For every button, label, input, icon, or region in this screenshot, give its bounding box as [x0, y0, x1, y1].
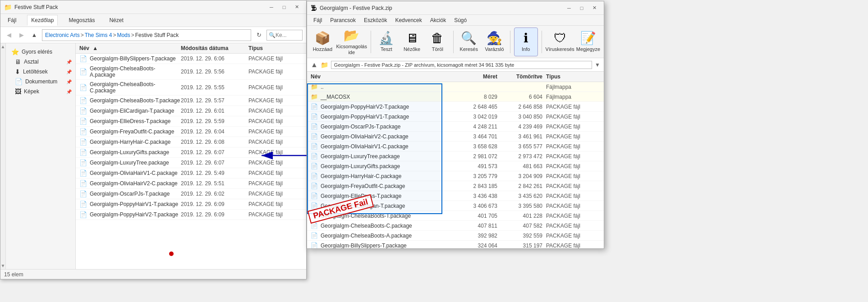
zip-file-size: 2 843 185 [456, 183, 501, 189]
zip-file-row[interactable]: 📄 GeorgiaIgm-LuxuryTree.package 2 981 07… [307, 151, 604, 161]
explorer-file-row[interactable]: 📄 GeorgiaIgm-PoppyHairV2-T.package 2019.… [76, 210, 306, 220]
refresh-button[interactable]: ↻ [254, 30, 264, 40]
explorer-file-row[interactable]: 📄 GeorgiaIgm-OliviaHairV2-C.package 2019… [76, 178, 306, 189]
explorer-file-row[interactable]: 📄 GeorgiaIgm-ChelseaBoots-A.package 2019… [76, 64, 306, 80]
zip-file-icon: 📄 [311, 103, 318, 110]
explorer-file-row[interactable]: 📄 GeorgiaIgm-FreyaOutfit-C.package 2019.… [76, 127, 306, 137]
column-type[interactable]: Típus [248, 45, 303, 51]
maximize-button[interactable]: □ [278, 3, 290, 12]
zip-file-row[interactable]: 📁 .. Fájlmappa [307, 82, 604, 92]
zip-file-row[interactable]: 📄 GeorgiaIgm-HarryHair-C.package 3 205 7… [307, 171, 604, 181]
toolbar-virus-button[interactable]: 🛡 Víruskeresés [546, 27, 574, 56]
zip-titlebar: 🗜 GeorgiaIgm - Festive Pack.zip ─ □ ✕ [307, 1, 604, 15]
zip-maximize-button[interactable]: □ [576, 4, 588, 13]
zip-file-row[interactable]: 📄 GeorgiaIgm-FreyaOutfit-C.package 2 843… [307, 181, 604, 191]
delete-icon: 🗑 [431, 31, 444, 46]
zip-menu-akciok[interactable]: Akciók [427, 16, 450, 24]
zip-menu-fajl[interactable]: Fájl [310, 16, 326, 24]
explorer-file-row[interactable]: 📄 GeorgiaIgm-OliviaHairV1-C.package 2019… [76, 168, 306, 178]
zip-minimize-button[interactable]: ─ [563, 4, 575, 13]
zip-file-row[interactable]: 📁 __MACOSX 8 029 6 604 Fájlmappa [307, 92, 604, 102]
ribbon-tab-fajl[interactable]: Fájl [4, 15, 20, 25]
extract-icon: 📂 [344, 28, 359, 43]
minimize-button[interactable]: ─ [266, 3, 277, 12]
explorer-file-row[interactable]: 📄 GeorgiaIgm-OscarPJs-T.package 2019. 12… [76, 189, 306, 199]
zip-close-button[interactable]: ✕ [588, 4, 600, 13]
zip-file-row[interactable]: 📄 GeorgiaIgm-ChelseaBoots-C.package 407 … [307, 221, 604, 231]
toolbar-search-button[interactable]: 🔍 Keresés [457, 27, 481, 56]
explorer-file-row[interactable]: 📄 GeorgiaIgm-PoppyHairV1-T.package 2019.… [76, 199, 306, 210]
breadcrumb-item-sims[interactable]: The Sims 4 [85, 32, 112, 38]
breadcrumb-item-mods[interactable]: Mods [117, 32, 130, 38]
ribbon-tab-kezdolap[interactable]: Kezdőlap [27, 15, 58, 26]
zip-nav-up[interactable]: ▲ [311, 61, 318, 69]
zip-file-row[interactable]: 📄 GeorgiaIgm-PoppyHairV2-T.package 2 648… [307, 102, 604, 112]
explorer-file-row[interactable]: 📄 GeorgiaIgm-BillySlippers-T.package 201… [76, 54, 306, 64]
sidebar-item-quickaccess[interactable]: ⭐ Gyors elérés [6, 47, 75, 57]
scroll-down-arrow[interactable]: ▼ [0, 262, 6, 269]
explorer-file-row[interactable]: 📄 GeorgiaIgm-ChelseaBoots-T.package 2019… [76, 96, 306, 106]
toolbar-notes-button[interactable]: 📝 Megjegyze [576, 27, 600, 56]
zip-file-row[interactable]: 📄 GeorgiaIgm-BillySlippers-T.package 324… [307, 241, 604, 248]
explorer-file-row[interactable]: 📄 GeorgiaIgm-ChelseaBoots-C.package 2019… [76, 80, 306, 96]
explorer-titlebar-icon: 📁 [4, 4, 12, 11]
zip-path-dropdown[interactable]: ▼ [595, 62, 600, 68]
zip-file-compressed: 3 655 577 [501, 143, 546, 150]
zip-menu-sugo[interactable]: Súgó [450, 16, 470, 24]
toolbar-wizard-button[interactable]: 🧙 Varázsló [482, 27, 506, 56]
toolbar-extract-button[interactable]: 📂 Kicsomagoláside [336, 27, 367, 56]
toolbar-delete-button[interactable]: 🗑 Töröl [426, 27, 450, 56]
zip-column-size[interactable]: Méret [456, 73, 501, 80]
close-button[interactable]: ✕ [291, 3, 303, 12]
zip-file-row[interactable]: 📄 GeorgiaIgm-OliviaHairV2-C.package 3 46… [307, 132, 604, 142]
sidebar-item-downloads[interactable]: ⬇ Letöltések 📌 [6, 67, 75, 77]
red-dot-annotation [169, 252, 174, 256]
zip-file-icon: 📄 [311, 133, 318, 140]
up-button[interactable]: ▲ [29, 30, 39, 40]
zip-path-bar: ▲ 📁 GeorgiaIgm - Festive Pack.zip - ZIP … [307, 58, 604, 72]
explorer-file-row[interactable]: 📄 GeorgiaIgm-EllieDress-T.package 2019. … [76, 116, 306, 127]
zip-file-row[interactable]: 📄 GeorgiaIgm-OscarPJs-T.package 4 248 21… [307, 122, 604, 132]
forward-button[interactable]: ▶ [17, 30, 27, 40]
zip-column-name[interactable]: Név [311, 73, 456, 80]
breadcrumb-item-ea[interactable]: Electronic Arts [45, 32, 80, 38]
zip-menu-eszkozok[interactable]: Eszközök [360, 16, 390, 24]
zip-file-size: 2 648 465 [456, 104, 501, 110]
zip-file-name: GeorgiaIgm-OliviaHairV1-C.package [321, 143, 409, 150]
column-name[interactable]: Név ▲ [79, 45, 181, 51]
file-name: GeorgiaIgm-LuxuryGifts.package [90, 149, 169, 156]
zip-file-row[interactable]: 📄 GeorgiaIgm-ChelseaBoots-A.package 392 … [307, 231, 604, 241]
zip-file-type: PACKAGE fájl [546, 203, 600, 209]
back-button[interactable]: ◀ [4, 30, 14, 40]
toolbar-info-button[interactable]: ℹ Info [514, 27, 538, 56]
file-icon: 📄 [79, 159, 87, 166]
column-date[interactable]: Módosítás dátuma [181, 45, 248, 51]
toolbar-view-button[interactable]: 🖥 Nézőke [400, 27, 424, 56]
zip-file-row[interactable]: 📄 GeorgiaIgm-OliviaHairV1-C.package 3 65… [307, 142, 604, 151]
toolbar-add-button[interactable]: 📦 Hozzáad [311, 27, 335, 56]
zip-menu-parancsok[interactable]: Parancsok [326, 16, 359, 24]
sidebar-item-pictures[interactable]: 🖼 Képek 📌 [6, 87, 75, 96]
zip-file-row[interactable]: 📄 GeorgiaIgm-PoppyHairV1-T.package 3 042… [307, 112, 604, 122]
file-name: GeorgiaIgm-HarryHair-C.package [90, 139, 170, 145]
toolbar-test-button[interactable]: 🔬 Teszt [375, 27, 399, 56]
zip-column-compressed[interactable]: Tömörítve [501, 73, 546, 80]
toolbar-separator-1 [371, 31, 371, 53]
toolbar-view-label: Nézőke [404, 46, 420, 52]
ribbon-tab-nezet[interactable]: Nézet [106, 15, 127, 25]
file-date: 2019. 12. 29. 5:51 [181, 180, 248, 187]
explorer-file-row[interactable]: 📄 GeorgiaIgm-EliCardigan-T.package 2019.… [76, 106, 306, 116]
zip-file-name: GeorgiaIgm-PoppyHairV2-T.package [321, 104, 409, 110]
search-input[interactable] [276, 32, 298, 38]
sidebar-item-documents[interactable]: 📄 Dokumentum 📌 [6, 77, 75, 87]
zip-file-row[interactable]: 📄 GeorgiaIgm-LuxuryGifts.package 491 573… [307, 161, 604, 171]
sidebar-item-desktop[interactable]: 🖥 Asztal 📌 [6, 57, 75, 67]
zip-menu-kedvencek[interactable]: Kedvencek [391, 16, 425, 24]
breadcrumb[interactable]: Electronic Arts > The Sims 4 > Mods > Fe… [42, 29, 251, 41]
scroll-up-arrow[interactable]: ▲ [0, 43, 6, 50]
file-name: GeorgiaIgm-OscarPJs-T.package [90, 191, 170, 197]
ribbon-tab-megosztás[interactable]: Megosztás [65, 15, 98, 25]
zip-column-type[interactable]: Típus [546, 73, 600, 80]
test-icon: 🔬 [378, 31, 394, 46]
zip-file-icon: 📄 [311, 153, 318, 160]
